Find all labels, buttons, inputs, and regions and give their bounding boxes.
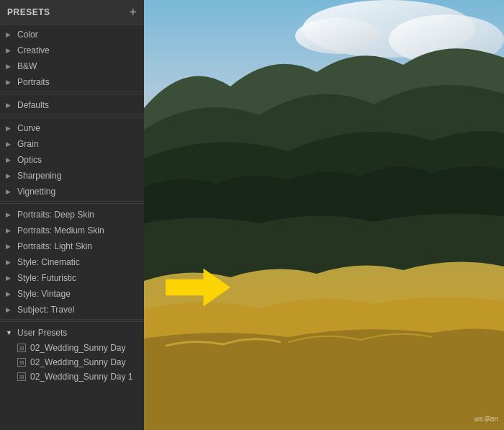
arrow-icon: ▶ xyxy=(6,243,13,250)
preset-group-3: ▶ Curve ▶ Grain ▶ Optics ▶ Sharpening ▶ … xyxy=(0,119,144,202)
user-preset-label: 02_Wedding_Sunny Day xyxy=(30,357,126,367)
arrow-icon: ▶ xyxy=(6,188,13,195)
preset-item-sharpening[interactable]: ▶ Sharpening xyxy=(0,168,144,184)
arrow-icon: ▶ xyxy=(6,63,13,70)
user-preset-label: 02_Wedding_Sunny Day 1 xyxy=(30,372,133,382)
preset-label: Vignetting xyxy=(17,187,55,197)
arrow-icon: ▶ xyxy=(6,290,13,297)
expand-arrow-icon: ▼ xyxy=(6,329,13,336)
preset-group-2: ▶ Defaults xyxy=(0,96,144,115)
preset-item-style-vintage[interactable]: ▶ Style: Vintage xyxy=(0,286,144,302)
preset-item-portraits-medium[interactable]: ▶ Portraits: Medium Skin xyxy=(0,223,144,238)
arrow-icon: ▶ xyxy=(6,211,13,218)
sidebar-title: Presets xyxy=(7,7,50,17)
preset-label: Portraits: Medium Skin xyxy=(17,225,104,236)
preset-label: Portraits: Light Skin xyxy=(17,241,92,251)
preset-label: Grain xyxy=(17,139,38,149)
user-presets-section: ▼ User Presets ⊞ 02_Wedding_Sunny Day ⊞ … xyxy=(0,323,144,385)
user-presets-label: User Presets xyxy=(17,328,67,338)
preset-label: Creative xyxy=(17,45,50,55)
watermark: ws幸an xyxy=(474,414,498,424)
arrow-icon: ▶ xyxy=(6,172,13,179)
preset-item-portraits[interactable]: ▶ Portraits xyxy=(0,74,144,90)
divider-3 xyxy=(0,203,144,204)
arrow-icon: ▶ xyxy=(6,31,13,38)
preset-group-1: ▶ Color ▶ Creative ▶ B&W ▶ Portraits xyxy=(0,25,144,92)
preset-group-4: ▶ Portraits: Deep Skin ▶ Portraits: Medi… xyxy=(0,205,144,320)
preset-item-optics[interactable]: ▶ Optics xyxy=(0,152,144,168)
arrow-icon: ▶ xyxy=(6,156,13,164)
arrow-icon: ▶ xyxy=(6,102,13,109)
sidebar-content: ▶ Color ▶ Creative ▶ B&W ▶ Portraits ▶ D… xyxy=(0,25,144,430)
user-preset-item-2[interactable]: ⊞ 02_Wedding_Sunny Day xyxy=(0,355,144,369)
preset-item-color[interactable]: ▶ Color xyxy=(0,27,144,42)
preset-label: Style: Cinematic xyxy=(17,257,80,267)
user-preset-label: 02_Wedding_Sunny Day xyxy=(30,343,126,353)
arrow-icon: ▶ xyxy=(6,274,13,282)
preset-label: Subject: Travel xyxy=(17,305,74,315)
preset-label: Style: Futuristic xyxy=(17,273,76,283)
preset-label: Optics xyxy=(17,155,42,165)
svg-point-3 xyxy=(295,18,382,54)
preset-item-subject-travel[interactable]: ▶ Subject: Travel xyxy=(0,302,144,318)
preset-label: Portraits xyxy=(17,77,50,87)
preset-label: Sharpening xyxy=(17,171,61,181)
preset-label: Curve xyxy=(17,123,40,133)
sidebar-header: Presets + xyxy=(0,0,144,25)
main-photo-area: ws幸an xyxy=(144,0,504,430)
divider-4 xyxy=(0,321,144,322)
preset-label: Portraits: Deep Skin xyxy=(17,210,94,220)
preset-item-defaults[interactable]: ▶ Defaults xyxy=(0,97,144,113)
preset-item-creative[interactable]: ▶ Creative xyxy=(0,42,144,58)
arrow-icon: ▶ xyxy=(6,306,13,313)
preset-item-style-cinematic[interactable]: ▶ Style: Cinematic xyxy=(0,254,144,270)
user-preset-item-3[interactable]: ⊞ 02_Wedding_Sunny Day 1 xyxy=(0,369,144,384)
preset-file-icon: ⊞ xyxy=(17,372,26,381)
preset-label: B&W xyxy=(17,61,37,71)
preset-item-grain[interactable]: ▶ Grain xyxy=(0,136,144,152)
add-preset-button[interactable]: + xyxy=(129,6,137,19)
preset-item-bw[interactable]: ▶ B&W xyxy=(0,58,144,74)
preset-label: Style: Vintage xyxy=(17,289,71,299)
preset-file-icon: ⊞ xyxy=(17,358,26,367)
preset-label: Defaults xyxy=(17,100,49,110)
arrow-icon: ▶ xyxy=(6,79,13,86)
preset-item-style-futuristic[interactable]: ▶ Style: Futuristic xyxy=(0,270,144,286)
divider-1 xyxy=(0,94,144,94)
user-presets-header[interactable]: ▼ User Presets xyxy=(0,325,144,341)
presets-sidebar: Presets + ▶ Color ▶ Creative ▶ B&W ▶ Por… xyxy=(0,0,144,430)
preset-file-icon: ⊞ xyxy=(17,344,26,352)
preset-label: Color xyxy=(17,30,38,40)
arrow-icon: ▶ xyxy=(6,125,13,132)
arrow-icon: ▶ xyxy=(6,140,13,148)
photo-background: ws幸an xyxy=(144,0,504,430)
arrow-icon: ▶ xyxy=(6,227,13,234)
arrow-icon: ▶ xyxy=(6,259,13,266)
preset-item-portraits-deep[interactable]: ▶ Portraits: Deep Skin xyxy=(0,207,144,223)
divider-2 xyxy=(0,117,144,117)
user-preset-item-1[interactable]: ⊞ 02_Wedding_Sunny Day xyxy=(0,341,144,355)
preset-item-curve[interactable]: ▶ Curve xyxy=(0,120,144,136)
arrow-icon: ▶ xyxy=(6,47,13,54)
preset-item-portraits-light[interactable]: ▶ Portraits: Light Skin xyxy=(0,238,144,254)
preset-item-vignetting[interactable]: ▶ Vignetting xyxy=(0,184,144,200)
